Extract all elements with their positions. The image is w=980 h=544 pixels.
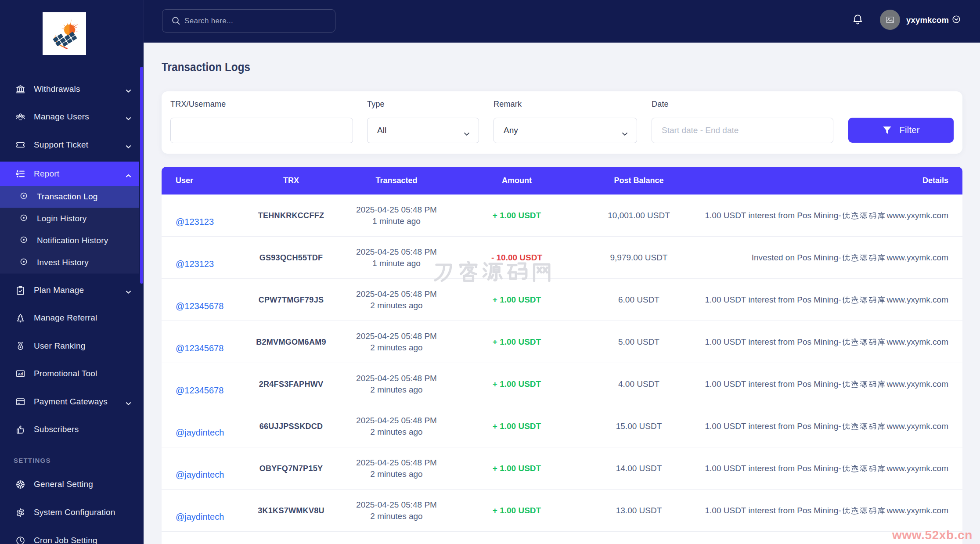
svg-text:Ad: Ad — [18, 372, 23, 376]
